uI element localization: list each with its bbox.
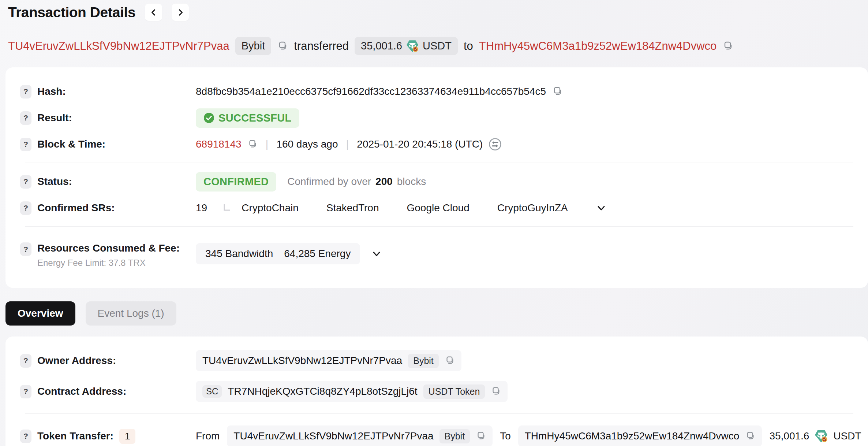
copy-icon[interactable] xyxy=(722,41,733,52)
tab-overview[interactable]: Overview xyxy=(5,301,75,326)
transfer-summary: TU4vEruvZwLLkSfV9bNw12EJTPvNr7Pvaa Bybit… xyxy=(0,37,868,55)
status-label: Status: xyxy=(37,176,72,187)
corner-branch-icon xyxy=(222,204,231,212)
tether-token-icon xyxy=(815,430,827,442)
hash-label: Hash: xyxy=(37,86,66,97)
expand-resources-chevron-icon[interactable] xyxy=(371,248,382,259)
contract-token-tag[interactable]: USDT Token xyxy=(423,384,485,399)
resources-label: Resources Consumed & Fee: xyxy=(37,242,180,254)
chevron-right-icon xyxy=(176,8,184,16)
next-transaction-button[interactable] xyxy=(172,4,189,21)
energy-fee-limit: Energy Fee Limit: 37.8 TRX xyxy=(37,258,180,268)
confirmed-srs-label: Confirmed SRs: xyxy=(37,202,115,214)
bandwidth-consumed: 345 Bandwidth xyxy=(205,248,273,260)
tab-bar: Overview Event Logs (1) xyxy=(5,301,868,326)
sr-link[interactable]: CryptoGuyInZA xyxy=(497,202,568,214)
divider xyxy=(25,413,853,414)
help-icon[interactable]: ? xyxy=(20,175,31,189)
result-value: SUCCESSFUL xyxy=(218,112,292,124)
help-icon[interactable]: ? xyxy=(20,85,31,99)
contract-address-link[interactable]: TR7NHqjeKQxGTCi8q8ZY4pL8otSzgjLj6t xyxy=(228,386,417,397)
contract-address-box: SC TR7NHqjeKQxGTCi8q8ZY4pL8otSzgjLj6t US… xyxy=(196,381,508,402)
status-note-count: 200 xyxy=(375,176,393,187)
help-icon[interactable]: ? xyxy=(20,111,31,125)
status-note-suffix: blocks xyxy=(397,176,426,187)
token-transfer-label: Token Transfer: xyxy=(37,430,113,442)
copy-icon[interactable] xyxy=(745,431,755,441)
to-word: To xyxy=(500,430,511,442)
result-badge: SUCCESSFUL xyxy=(196,108,299,128)
copy-icon[interactable] xyxy=(277,41,288,52)
sr-link[interactable]: StakedTron xyxy=(326,202,379,214)
result-row: ? Result: SUCCESSFUL xyxy=(20,105,853,131)
amount-token-symbol: USDT xyxy=(423,40,452,52)
copy-icon[interactable] xyxy=(445,356,455,366)
chevron-left-icon xyxy=(150,8,158,16)
action-label: transferred xyxy=(294,40,349,53)
token-transfer-row: ? Token Transfer: 1 From TU4vEruvZwLLkSf… xyxy=(20,422,853,446)
token-transfer-count: 1 xyxy=(119,429,135,444)
divider xyxy=(25,163,853,163)
help-icon[interactable]: ? xyxy=(20,201,31,215)
from-address-link[interactable]: TU4vEruvZwLLkSfV9bNw12EJTPvNr7Pvaa xyxy=(8,40,229,53)
transfer-from-box: TU4vEruvZwLLkSfV9bNw12EJTPvNr7Pvaa Bybit xyxy=(227,425,493,446)
hash-row: ? Hash: 8d8fbc9b354a1e210ecc6375cf91662d… xyxy=(20,78,853,105)
block-time-row: ? Block & Time: 68918143 | 160 days ago … xyxy=(20,131,853,157)
check-circle-icon xyxy=(203,112,214,123)
help-icon[interactable]: ? xyxy=(20,385,31,398)
overview-card: ? Owner Address: TU4vEruvZwLLkSfV9bNw12E… xyxy=(5,337,868,446)
contract-address-label: Contract Address: xyxy=(37,386,126,397)
transaction-details-page: Transaction Details TU4vEruvZwLLkSfV9bNw… xyxy=(0,0,868,446)
from-address-tag[interactable]: Bybit xyxy=(235,37,271,55)
owner-address-label: Owner Address: xyxy=(37,355,116,367)
amount-chip[interactable]: 35,001.6 USDT xyxy=(355,37,458,55)
to-address-link[interactable]: THmHy45wC6M3a1b9z52wEw184Znw4Dvwco xyxy=(479,40,717,53)
transfer-to-address-link[interactable]: THmHy45wC6M3a1b9z52wEw184Znw4Dvwco xyxy=(525,430,740,442)
transfer-amount: 35,001.6 xyxy=(769,430,809,442)
page-title: Transaction Details xyxy=(8,4,135,21)
status-note-prefix: Confirmed by over xyxy=(287,176,371,187)
owner-address-row: ? Owner Address: TU4vEruvZwLLkSfV9bNw12E… xyxy=(20,347,853,375)
sr-link[interactable]: Google Cloud xyxy=(407,202,469,214)
tether-token-icon xyxy=(407,40,418,52)
transfer-to-box: THmHy45wC6M3a1b9z52wEw184Znw4Dvwco xyxy=(518,425,762,446)
transaction-details-card: ? Hash: 8d8fbc9b354a1e210ecc6375cf91662d… xyxy=(5,67,868,288)
transfer-from-address-link[interactable]: TU4vEruvZwLLkSfV9bNw12EJTPvNr7Pvaa xyxy=(233,430,433,442)
smart-contract-tag: SC xyxy=(202,385,222,398)
owner-address-box: TU4vEruvZwLLkSfV9bNw12EJTPvNr7Pvaa Bybit xyxy=(196,350,461,371)
transfer-token-symbol: USDT xyxy=(833,430,861,442)
copy-icon[interactable] xyxy=(247,139,258,149)
status-row: ? Status: CONFIRMED Confirmed by over 20… xyxy=(20,168,853,195)
expand-srs-chevron-icon[interactable] xyxy=(596,202,607,213)
separator: | xyxy=(263,138,271,150)
help-icon[interactable]: ? xyxy=(20,430,31,443)
copy-icon[interactable] xyxy=(552,86,563,97)
amount-value: 35,001.6 xyxy=(361,40,402,52)
status-badge: CONFIRMED xyxy=(196,172,276,192)
owner-address-link[interactable]: TU4vEruvZwLLkSfV9bNw12EJTPvNr7Pvaa xyxy=(202,355,402,367)
to-word: to xyxy=(464,40,473,53)
help-icon[interactable]: ? xyxy=(20,138,31,151)
previous-transaction-button[interactable] xyxy=(145,4,162,21)
sr-link[interactable]: CryptoChain xyxy=(242,202,299,214)
tab-event-logs[interactable]: Event Logs (1) xyxy=(86,301,176,326)
divider xyxy=(25,226,853,227)
page-header: Transaction Details xyxy=(0,4,868,21)
block-number-link[interactable]: 68918143 xyxy=(196,138,242,150)
hash-value: 8d8fbc9b354a1e210ecc6375cf91662df33cc123… xyxy=(196,86,546,97)
from-word: From xyxy=(196,430,220,442)
resources-fee-row: ? Resources Consumed & Fee: Energy Fee L… xyxy=(20,232,853,275)
energy-consumed: 64,285 Energy xyxy=(284,248,351,260)
transfer-from-tag[interactable]: Bybit xyxy=(439,429,470,443)
help-icon[interactable]: ? xyxy=(20,354,31,368)
confirmed-srs-row: ? Confirmed SRs: 19 CryptoChain StakedTr… xyxy=(20,195,853,221)
result-label: Result: xyxy=(37,112,72,124)
help-icon[interactable]: ? xyxy=(20,242,31,256)
copy-icon[interactable] xyxy=(476,431,486,441)
separator: | xyxy=(344,138,351,150)
owner-address-tag[interactable]: Bybit xyxy=(408,354,439,368)
contract-address-row: ? Contract Address: SC TR7NHqjeKQxGTCi8q… xyxy=(20,378,853,405)
timezone-toggle-icon[interactable] xyxy=(489,138,502,151)
resources-chip[interactable]: 345 Bandwidth 64,285 Energy xyxy=(196,243,360,264)
copy-icon[interactable] xyxy=(491,386,501,397)
